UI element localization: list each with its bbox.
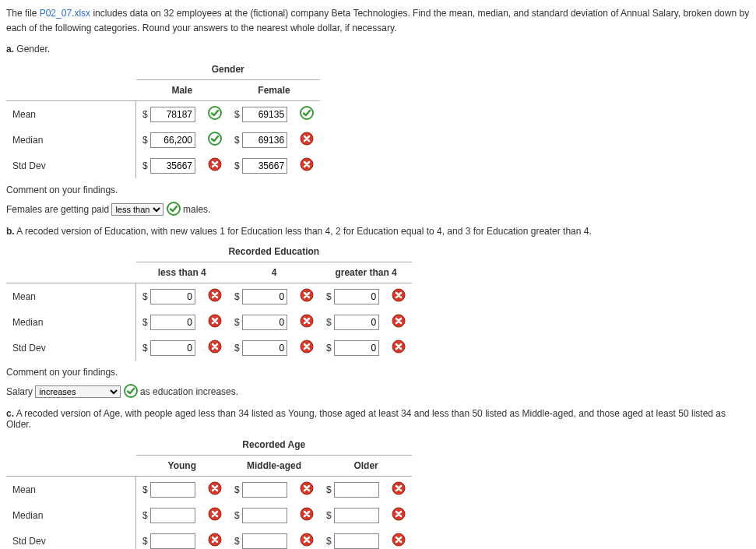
cross-icon [208,314,222,328]
c-mean-3[interactable] [334,482,379,498]
col-lt4: less than 4 [136,262,229,283]
c-median-1[interactable] [150,508,195,523]
c-median-3[interactable] [334,508,379,523]
a-mean-male[interactable] [150,107,195,122]
row-median: Median [6,502,136,528]
cross-icon [300,157,314,171]
part-c-title: A recoded version of Age, with people ag… [6,408,726,430]
part-c-letter: c. [6,408,14,419]
c-std-1[interactable] [150,533,195,549]
b-std-3[interactable] [334,340,379,356]
check-icon [208,106,222,120]
cross-icon [300,132,314,146]
dollar-sign: $ [234,484,240,495]
cross-icon [208,507,222,521]
part-c-label: c. A recoded version of Age, with people… [6,408,750,430]
row-median: Median [6,127,136,153]
part-b-label: b. A recoded version of Education, with … [6,226,750,237]
c-median-2[interactable] [242,508,287,523]
b-median-3[interactable] [334,315,379,330]
b-std-1[interactable] [150,340,195,356]
cross-icon [392,481,406,495]
cross-icon [300,481,314,495]
cross-icon [392,507,406,521]
question-intro: The file P02_07.xlsx includes data on 32… [6,6,750,36]
dollar-sign: $ [234,109,240,120]
dollar-sign: $ [142,484,148,495]
b-mean-2[interactable] [242,289,287,304]
part-a-label: a. Gender. [6,44,750,55]
cross-icon [208,481,222,495]
dollar-sign: $ [142,160,148,171]
check-icon [124,384,138,398]
row-mean: Mean [6,477,136,503]
file-link[interactable]: P02_07.xlsx [40,8,90,19]
part-b-title: A recoded version of Education, with new… [16,226,591,237]
cross-icon [208,533,222,547]
check-icon [300,106,314,120]
c-std-3[interactable] [334,533,379,549]
dollar-sign: $ [326,484,332,495]
col-gt4: greater than 4 [320,262,412,283]
intro-prefix: The file [6,8,40,19]
b-sentence-select[interactable]: increases [35,385,121,398]
a-mean-female[interactable] [242,107,287,122]
cross-icon [392,288,406,302]
a-median-male[interactable] [150,132,195,148]
gender-superhead: Gender [136,59,321,80]
b-std-2[interactable] [242,340,287,356]
dollar-sign: $ [326,536,332,547]
table-age: Recorded Age Young Middle-aged Older Mea… [6,435,412,549]
dollar-sign: $ [234,291,240,302]
comment-b-label: Comment on your findings. [6,367,750,378]
col-young: Young [136,456,229,477]
b-sentence-pre: Salary [6,386,35,397]
a-sentence-post: males. [183,204,210,215]
part-a-title: Gender. [16,44,50,55]
a-sentence-select[interactable]: less than [111,203,164,216]
a-median-female[interactable] [242,132,287,148]
a-std-male[interactable] [150,158,195,174]
table-gender: Gender Male Female Mean $ $ Median $ $ S… [6,59,320,178]
part-b-letter: b. [6,226,15,237]
a-std-female[interactable] [242,158,287,174]
col-middle: Middle-aged [228,456,320,477]
a-sentence-pre: Females are getting paid [6,204,111,215]
col-eq4: 4 [228,262,320,283]
dollar-sign: $ [234,135,240,146]
b-mean-3[interactable] [334,289,379,304]
dollar-sign: $ [234,510,240,521]
b-sentence-post: as education increases. [140,386,238,397]
dollar-sign: $ [142,510,148,521]
cross-icon [392,533,406,547]
cross-icon [208,157,222,171]
b-median-1[interactable] [150,315,195,330]
comment-a-sentence: Females are getting paid less than males… [6,202,750,218]
b-median-2[interactable] [242,315,287,330]
dollar-sign: $ [142,291,148,302]
b-mean-1[interactable] [150,289,195,304]
cross-icon [300,288,314,302]
cross-icon [300,340,314,354]
a-sentence-mark [167,202,181,218]
dollar-sign: $ [326,343,332,354]
cross-icon [300,314,314,328]
cross-icon [208,288,222,302]
edu-superhead: Recorded Education [136,241,413,262]
dollar-sign: $ [142,317,148,328]
dollar-sign: $ [326,317,332,328]
row-mean: Mean [6,283,136,310]
dollar-sign: $ [142,135,148,146]
cross-icon [392,314,406,328]
c-mean-1[interactable] [150,482,195,498]
col-older: Older [320,456,412,477]
row-median: Median [6,309,136,335]
comment-b-sentence: Salary increases as education increases. [6,384,750,400]
c-std-2[interactable] [242,533,287,549]
dollar-sign: $ [326,510,332,521]
dollar-sign: $ [142,536,148,547]
b-sentence-mark [124,384,138,400]
c-mean-2[interactable] [242,482,287,498]
dollar-sign: $ [326,291,332,302]
age-superhead: Recorded Age [136,435,413,456]
